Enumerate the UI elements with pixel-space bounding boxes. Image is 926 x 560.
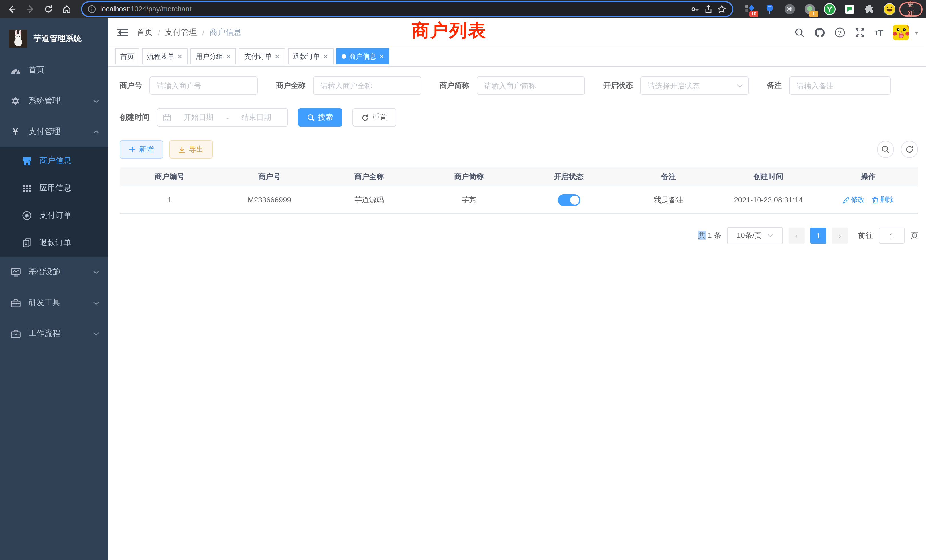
sidebar-item-refund-order[interactable]: 退款订单: [0, 229, 108, 257]
reset-button[interactable]: 重置: [353, 108, 396, 127]
total-highlight: 共: [698, 231, 706, 239]
cell-full-name: 芋道源码: [319, 186, 419, 214]
pay-order-icon: ¥: [22, 211, 32, 220]
font-size-large-glyph: T: [878, 28, 883, 37]
profile-avatar[interactable]: [883, 3, 896, 15]
status-select[interactable]: [640, 76, 749, 95]
update-button[interactable]: 更新: [899, 2, 922, 16]
full-name-input[interactable]: [313, 76, 421, 95]
add-button[interactable]: 新增: [120, 140, 163, 159]
goto-page-input[interactable]: [879, 227, 905, 244]
share-icon[interactable]: [704, 5, 713, 14]
store-icon: [22, 157, 32, 165]
bookmark-star-icon[interactable]: [717, 5, 726, 14]
sidebar-toggle-icon[interactable]: [117, 26, 129, 39]
sidebar-item-infrastructure[interactable]: 基础设施: [0, 257, 108, 288]
column-header: 商户号: [219, 167, 319, 186]
create-time-range-picker[interactable]: 开始日期 - 结束日期: [157, 108, 288, 127]
close-icon[interactable]: ✕: [226, 53, 231, 60]
sidebar-item-home[interactable]: 首页: [0, 55, 108, 86]
download-icon: [179, 146, 185, 153]
puzzle-extensions-icon[interactable]: [863, 3, 876, 15]
tab-label: 流程表单: [147, 51, 174, 61]
breadcrumb-pay[interactable]: 支付管理: [165, 27, 197, 38]
sidebar-item-label: 应用信息: [39, 183, 71, 193]
delete-label: 删除: [880, 195, 894, 205]
tab-home[interactable]: 首页: [115, 48, 139, 64]
help-icon[interactable]: ?: [834, 27, 845, 38]
active-tab-dot: [342, 54, 346, 59]
tab-merchant-info[interactable]: 商户信息 ✕: [336, 48, 389, 64]
sidebar-item-label: 研发工具: [29, 298, 85, 308]
back-icon[interactable]: [5, 2, 20, 17]
page-unit-label: 页: [911, 230, 918, 241]
sidebar-item-system[interactable]: 系统管理: [0, 86, 108, 117]
status-toggle[interactable]: [557, 194, 580, 206]
page-1-button[interactable]: 1: [810, 227, 826, 244]
sidebar-item-pay[interactable]: ¥ 支付管理: [0, 117, 108, 147]
table-row: 1 M233666999 芋道源码 芋艿 我是备注 2021-10-23 08:…: [120, 186, 918, 214]
search-button[interactable]: 搜索: [298, 108, 342, 127]
svg-text:?: ?: [838, 29, 841, 36]
reload-icon[interactable]: [41, 2, 56, 17]
tab-pay-order[interactable]: 支付订单 ✕: [239, 48, 285, 64]
annotation-title: 商户列表: [412, 19, 487, 43]
site-info-icon[interactable]: [88, 5, 96, 13]
extension-icon-chat[interactable]: [843, 3, 856, 15]
sidebar-item-label: 系统管理: [29, 96, 85, 106]
merchant-no-input[interactable]: [150, 76, 258, 95]
field-label: 商户号: [120, 80, 142, 91]
user-avatar[interactable]: [893, 24, 909, 41]
forward-icon[interactable]: [23, 2, 38, 17]
close-icon[interactable]: ✕: [275, 53, 280, 60]
tab-refund-order[interactable]: 退款订单 ✕: [287, 48, 333, 64]
cell-short-name: 芋艿: [419, 186, 519, 214]
extension-icon-kite[interactable]: [764, 3, 776, 15]
remark-input[interactable]: [789, 76, 891, 95]
cell-actions: 修改 删除: [818, 186, 918, 214]
grid-icon: [22, 185, 32, 192]
dashboard-icon: [10, 66, 21, 74]
sidebar-item-pay-order[interactable]: ¥ 支付订单: [0, 202, 108, 229]
search-icon[interactable]: [794, 28, 804, 37]
tab-user-group[interactable]: 用户分组 ✕: [191, 48, 236, 64]
edit-button[interactable]: 修改: [843, 195, 865, 205]
column-header: 商户编号: [120, 167, 219, 186]
toggle-knob: [570, 195, 579, 204]
extension-icon-recorder[interactable]: 1: [803, 3, 816, 15]
font-size-icon[interactable]: TT: [875, 28, 883, 37]
sidebar-item-dev-tools[interactable]: 研发工具: [0, 288, 108, 318]
page-size-select[interactable]: 10条/页: [727, 227, 783, 244]
toggle-search-button[interactable]: [877, 141, 894, 158]
prev-page-button[interactable]: ‹: [788, 227, 805, 244]
breadcrumb-home[interactable]: 首页: [137, 27, 153, 38]
toolbox-icon: [10, 298, 21, 307]
close-icon[interactable]: ✕: [177, 53, 183, 60]
extension-icon-tasks[interactable]: 10: [743, 3, 756, 15]
app-logo-row: 芋道管理系统: [0, 18, 108, 55]
export-button[interactable]: 导出: [169, 140, 213, 159]
address-bar[interactable]: localhost:1024/pay/merchant: [82, 2, 732, 16]
close-icon[interactable]: ✕: [379, 53, 384, 60]
next-page-button[interactable]: ›: [832, 227, 848, 244]
refresh-table-button[interactable]: [901, 141, 918, 158]
github-icon[interactable]: [814, 27, 825, 38]
close-icon[interactable]: ✕: [323, 53, 328, 60]
caret-down-icon[interactable]: ▾: [915, 29, 918, 36]
delete-button[interactable]: 删除: [872, 195, 894, 205]
briefcase-icon: [10, 329, 21, 338]
sidebar-item-app-info[interactable]: 应用信息: [0, 174, 108, 202]
edit-label: 修改: [851, 195, 865, 205]
tab-process-form[interactable]: 流程表单 ✕: [142, 48, 188, 64]
extension-icon-command[interactable]: ⌘: [784, 3, 796, 15]
home-icon[interactable]: [59, 2, 74, 17]
cell-merchant-no: M233666999: [219, 186, 319, 214]
sidebar-item-merchant-info[interactable]: 商户信息: [0, 147, 108, 174]
plus-icon: [129, 146, 136, 153]
extension-icon-green-y[interactable]: [823, 3, 836, 15]
sidebar-item-workflow[interactable]: 工作流程: [0, 318, 108, 349]
chevron-down-icon: [767, 234, 773, 237]
fullscreen-icon[interactable]: [855, 27, 865, 38]
short-name-input[interactable]: [477, 76, 585, 95]
password-key-icon[interactable]: [690, 5, 700, 14]
